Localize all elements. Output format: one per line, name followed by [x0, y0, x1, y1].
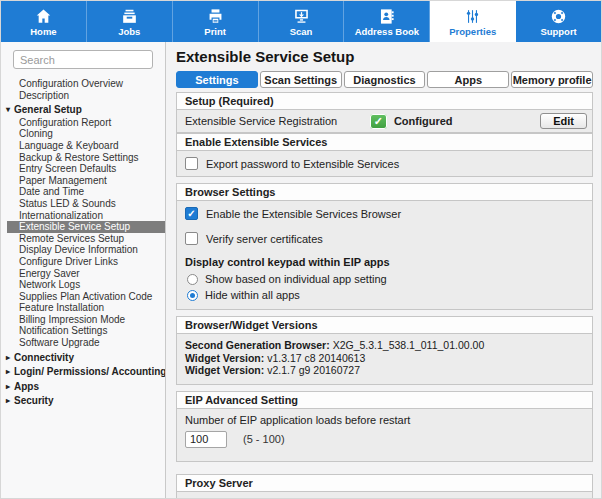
eip-loads-input[interactable] [185, 431, 227, 448]
tab-label: Scan Settings [264, 74, 337, 86]
nav-tab-label: Print [204, 27, 226, 37]
sidebar-item-notification-settings[interactable]: Notification Settings [7, 325, 165, 337]
properties-sliders-icon [463, 7, 482, 26]
version-value: X2G_5.3.1_538.1_011_01.00.00 [333, 339, 485, 351]
version-value: v2.1.7 g9 20160727 [267, 364, 360, 376]
sidebar-item-description[interactable]: Description [7, 90, 165, 102]
sidebar-item-label: Feature Installation [19, 302, 104, 313]
eip-loads-label: Number of EIP application loads before r… [177, 409, 592, 429]
version-line: Widget Version: v2.1.7 g9 20160727 [185, 364, 584, 377]
group-arrow-icon: ▸ [6, 366, 14, 378]
export-password-row[interactable]: Export password to Extensible Services [177, 151, 592, 176]
tab-label: Settings [195, 74, 238, 86]
sidebar-item-supplies-plan-activation-code[interactable]: Supplies Plan Activation Code [7, 291, 165, 303]
print-icon [206, 7, 225, 26]
sidebar-item-security[interactable]: ▸Security [1, 395, 165, 407]
sidebar-item-configure-driver-links[interactable]: Configure Driver Links [7, 256, 165, 268]
sidebar-item-software-upgrade[interactable]: Software Upgrade [7, 337, 165, 349]
section-header-eip-advanced-setting: EIP Advanced Setting [176, 391, 593, 409]
configured-check-icon [370, 114, 387, 129]
nav-tab-print[interactable]: Print [173, 1, 259, 42]
sidebar-item-label: Login/ Permissions/ Accounting [14, 366, 165, 377]
tab-scan-settings[interactable]: Scan Settings [260, 71, 342, 88]
registration-row: Extensible Service Registration Configur… [177, 110, 592, 132]
sidebar-item-feature-installation[interactable]: Feature Installation [7, 302, 165, 314]
versions-block: Second Generation Browser: X2G_5.3.1_538… [176, 334, 593, 385]
tab-diagnostics[interactable]: Diagnostics [344, 71, 426, 88]
sidebar-item-internationalization[interactable]: Internationalization [7, 210, 165, 222]
sidebar-item-general-setup[interactable]: ▾General Setup [1, 104, 165, 116]
version-label: Widget Version: [185, 352, 264, 364]
nav-tab-address-book[interactable]: Address Book [344, 1, 430, 42]
keypad-subheading: Display control keypad within EIP apps [177, 251, 592, 271]
page-title: Extensible Service Setup [176, 48, 593, 65]
radio-icon[interactable] [187, 290, 198, 301]
sidebar-item-backup-restore-settings[interactable]: Backup & Restore Settings [7, 152, 165, 164]
sidebar-item-label: Software Upgrade [19, 337, 100, 348]
nav-tab-label: Scan [290, 27, 313, 37]
checkbox-icon[interactable] [185, 207, 198, 220]
main-content: Extensible Service Setup Settings Scan S… [166, 42, 601, 499]
section-header-setup-required: Setup (Required) [176, 92, 593, 110]
tab-memory-profile[interactable]: Memory profile [511, 71, 593, 88]
radio-icon[interactable] [187, 274, 198, 285]
sidebar-item-login-permissions-accounting[interactable]: ▸Login/ Permissions/ Accounting [1, 366, 165, 378]
group-arrow-icon: ▾ [6, 104, 14, 116]
nav-tab-jobs[interactable]: Jobs [87, 1, 173, 42]
checkbox-icon[interactable] [185, 232, 198, 245]
sidebar-item-display-device-information[interactable]: Display Device Information [7, 244, 165, 256]
sidebar-item-label: Entry Screen Defaults [19, 163, 116, 174]
sidebar-item-label: Remote Services Setup [19, 233, 124, 244]
sidebar-item-label: Language & Keyboard [19, 140, 119, 151]
edit-button[interactable]: Edit [540, 113, 587, 129]
registration-status: Configured [370, 114, 540, 129]
search-input[interactable] [13, 50, 153, 69]
sidebar-item-label: Supplies Plan Activation Code [19, 291, 152, 302]
sidebar-item-cloning[interactable]: Cloning [7, 128, 165, 140]
version-line: Widget Version: v1.3.17 c8 20140613 [185, 352, 584, 365]
radio-label: Hide within all apps [205, 289, 300, 301]
sidebar-item-apps[interactable]: ▸Apps [1, 381, 165, 393]
sidebar-item-status-led-sounds[interactable]: Status LED & Sounds [7, 198, 165, 210]
sidebar-item-paper-management[interactable]: Paper Management [7, 175, 165, 187]
nav-tab-home[interactable]: Home [1, 1, 87, 42]
sidebar-item-network-logs[interactable]: Network Logs [7, 279, 165, 291]
sidebar-item-extensible-service-setup[interactable]: Extensible Service Setup [7, 221, 165, 233]
section-header-proxy-server: Proxy Server [176, 474, 593, 492]
sidebar-item-energy-saver[interactable]: Energy Saver [7, 268, 165, 280]
sidebar-item-connectivity[interactable]: ▸Connectivity [1, 352, 165, 364]
status-text: Configured [394, 115, 453, 127]
group-arrow-icon: ▸ [6, 352, 14, 364]
nav-tab-scan[interactable]: Scan [259, 1, 345, 42]
keypad-option-hide[interactable]: Hide within all apps [177, 287, 592, 303]
tab-settings[interactable]: Settings [176, 71, 258, 88]
registration-label: Extensible Service Registration [185, 115, 370, 127]
nav-tab-label: Properties [449, 27, 496, 37]
support-life-ring-icon [549, 7, 568, 26]
scan-icon [292, 7, 311, 26]
address-book-icon [377, 7, 396, 26]
sidebar-item-configuration-overview[interactable]: Configuration Overview [7, 78, 165, 90]
sidebar-item-date-and-time[interactable]: Date and Time [7, 186, 165, 198]
version-value: v1.3.17 c8 20140613 [267, 352, 365, 364]
settings-sidebar: Configuration Overview Description ▾Gene… [1, 42, 166, 499]
sidebar-item-configuration-report[interactable]: Configuration Report [7, 117, 165, 129]
jobs-icon [120, 7, 139, 26]
checkbox-label: Verify server certificates [206, 233, 323, 245]
enable-browser-row[interactable]: Enable the Extensible Services Browser [177, 201, 592, 226]
nav-tab-label: Jobs [118, 27, 140, 37]
sidebar-item-billing-impression-mode[interactable]: Billing Impression Mode [7, 314, 165, 326]
tab-apps[interactable]: Apps [427, 71, 509, 88]
group-arrow-icon: ▸ [6, 395, 14, 407]
sidebar-item-entry-screen-defaults[interactable]: Entry Screen Defaults [7, 163, 165, 175]
section-header-browser-widget-versions: Browser/Widget Versions [176, 316, 593, 334]
sidebar-item-language-keyboard[interactable]: Language & Keyboard [7, 140, 165, 152]
nav-tab-properties[interactable]: Properties [430, 1, 516, 42]
sidebar-item-remote-services-setup[interactable]: Remote Services Setup [7, 233, 165, 245]
checkbox-icon[interactable] [185, 157, 198, 170]
xerox-admin-page: Home Jobs Print [0, 0, 602, 499]
sidebar-item-label: Notification Settings [19, 325, 107, 336]
verify-certificates-row[interactable]: Verify server certificates [177, 226, 592, 251]
nav-tab-support[interactable]: Support [516, 1, 601, 42]
keypad-option-show[interactable]: Show based on individual app setting [177, 271, 592, 287]
